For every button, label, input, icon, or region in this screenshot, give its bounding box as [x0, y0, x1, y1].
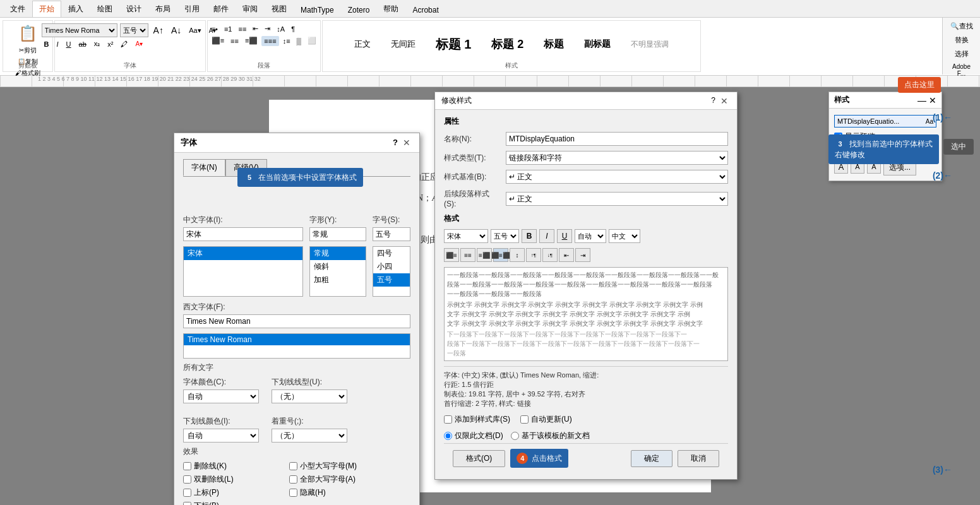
increase-indent-button[interactable]: ⇥	[262, 23, 273, 34]
double-strikethrough-check[interactable]	[183, 475, 191, 484]
md-underline-btn[interactable]: U	[557, 229, 572, 243]
new-from-template-radio-input[interactable]	[511, 432, 519, 440]
style-heading2[interactable]: 标题 2	[484, 34, 531, 54]
show-marks-button[interactable]: ¶	[289, 24, 297, 34]
size-item-small4[interactable]: 小四	[373, 260, 410, 273]
font-grow-button[interactable]: A↑	[151, 24, 166, 37]
tab-draw[interactable]: 绘图	[90, 1, 119, 17]
superscript-check[interactable]	[183, 489, 191, 497]
tab-zotero[interactable]: Zotero	[341, 3, 377, 17]
style-type-select[interactable]: 链接段落和字符	[506, 151, 728, 165]
style-unclear[interactable]: 不明显强调	[623, 37, 676, 52]
tab-acrobat[interactable]: Acrobat	[405, 3, 445, 17]
chinese-font-list[interactable]: 宋体	[183, 246, 303, 297]
cut-button[interactable]: ✂剪切	[16, 45, 39, 56]
based-on-select[interactable]: ↵ 正文	[506, 170, 728, 184]
name-input[interactable]	[506, 132, 728, 146]
align-center-btn[interactable]: ≡≡	[460, 248, 475, 262]
font-tab-font[interactable]: 字体(N)	[183, 159, 225, 176]
style-no-spacing[interactable]: 无间距	[383, 36, 423, 52]
font-color-btn2[interactable]: A▾	[133, 39, 145, 49]
font-shrink-button[interactable]: A↓	[169, 24, 184, 37]
next-style-select[interactable]: ↵ 正文	[506, 192, 728, 206]
subscript-check[interactable]	[183, 502, 191, 505]
tab-view[interactable]: 视图	[265, 1, 294, 17]
bold-button[interactable]: B	[42, 39, 52, 49]
change-case-button[interactable]: Aa▾	[186, 25, 203, 36]
only-this-doc-radio-input[interactable]	[444, 432, 452, 440]
format-button[interactable]: 格式(O)	[453, 450, 505, 467]
add-to-gallery-check[interactable]	[444, 415, 452, 424]
align-left-button[interactable]: ⬛≡	[209, 35, 227, 46]
indent-right-btn[interactable]: ⇥	[575, 248, 590, 262]
md-italic-btn[interactable]: I	[539, 229, 554, 243]
paste-button[interactable]: 📋	[13, 23, 42, 44]
style-normal[interactable]: 正文	[347, 36, 378, 52]
tab-mail[interactable]: 邮件	[206, 1, 236, 17]
all-caps-check[interactable]	[289, 475, 297, 484]
md-size-select[interactable]: 五号	[491, 229, 519, 243]
font-size-selector[interactable]: 五号	[120, 23, 148, 37]
modify-dialog-help[interactable]: ?	[711, 96, 715, 106]
western-font-list[interactable]: Times New Roman	[183, 333, 410, 359]
space-after-btn[interactable]: ↓¶	[542, 248, 558, 262]
underline-color-select[interactable]: 自动	[183, 429, 259, 443]
superscript-button[interactable]: x²	[105, 39, 116, 49]
find-button[interactable]: 🔍查找	[948, 20, 976, 32]
justify-button[interactable]: ≡≡≡	[261, 36, 278, 46]
style-subheading[interactable]: 副标题	[577, 36, 618, 52]
tab-file[interactable]: 文件	[3, 1, 32, 17]
style-item-normal[interactable]: 常规	[310, 247, 366, 260]
font-list-item-songti[interactable]: 宋体	[184, 247, 302, 260]
chinese-font-input[interactable]	[183, 227, 303, 241]
font-name-selector[interactable]: Times New Roma	[42, 23, 117, 37]
modify-cancel-button[interactable]: 取消	[678, 450, 719, 467]
md-bold-btn[interactable]: B	[522, 229, 537, 243]
auto-update-check[interactable]	[520, 415, 529, 424]
indent-left-btn[interactable]: ⇤	[559, 248, 574, 262]
subscript-button[interactable]: x₂	[92, 39, 103, 49]
align-right-btn[interactable]: ≡⬛	[477, 248, 492, 262]
select-badge[interactable]: 选中	[943, 139, 974, 155]
md-lang-select[interactable]: 中文	[609, 229, 640, 243]
align-left-btn[interactable]: ⬛≡	[444, 248, 459, 262]
modify-ok-button[interactable]: 确定	[631, 450, 672, 467]
tab-review[interactable]: 审阅	[236, 1, 265, 17]
style-heading3[interactable]: 标题	[536, 35, 571, 54]
align-right-button[interactable]: ≡⬛	[242, 35, 260, 46]
style-item-italic[interactable]: 倾斜	[310, 260, 366, 273]
font-dialog-close[interactable]: ✕	[400, 138, 413, 148]
styles-panel-close[interactable]: ✕	[929, 95, 936, 105]
styles-panel-minimize[interactable]: —	[917, 95, 926, 105]
hidden-check[interactable]	[289, 489, 297, 497]
shading-button[interactable]: ▒	[294, 36, 304, 46]
numbering-button[interactable]: ≡1	[222, 24, 235, 34]
text-highlight-button[interactable]: 🖍	[118, 39, 130, 49]
md-auto-select[interactable]: 自动	[575, 229, 606, 243]
tab-help[interactable]: 帮助	[376, 1, 405, 17]
style-list[interactable]: 常规 倾斜 加粗	[309, 246, 366, 297]
replace-button[interactable]: 替换	[952, 34, 971, 46]
space-before-btn[interactable]: ↑¶	[526, 248, 541, 262]
size-item-4[interactable]: 四号	[373, 247, 410, 260]
tab-home[interactable]: 开始	[32, 1, 61, 17]
styles-panel-mt-item[interactable]: MTDisplayEquatio... Aa	[834, 115, 936, 128]
line-spacing-button[interactable]: ↕≡	[280, 36, 293, 46]
tab-design[interactable]: 设计	[119, 1, 148, 17]
font-color-select[interactable]: 自动	[183, 389, 259, 403]
adobe-button[interactable]: Adobe F...	[945, 62, 977, 78]
md-font-select[interactable]: 宋体	[444, 229, 488, 243]
bullets-button[interactable]: ≡•	[209, 24, 220, 34]
click-here-badge[interactable]: 点击这里	[898, 77, 941, 93]
tab-insert[interactable]: 插入	[61, 1, 90, 17]
strikethrough-check[interactable]	[183, 462, 191, 470]
size-list[interactable]: 四号 小四 五号	[373, 246, 410, 297]
underline-button[interactable]: U	[64, 39, 74, 49]
align-center-button[interactable]: ≡≡	[228, 36, 241, 46]
strikethrough-button[interactable]: ab	[76, 39, 89, 49]
decrease-indent-button[interactable]: ⇤	[250, 23, 261, 34]
tab-reference[interactable]: 引用	[177, 1, 206, 17]
tab-layout[interactable]: 布局	[148, 1, 177, 17]
tab-mathtype[interactable]: MathType	[294, 3, 341, 17]
style-input[interactable]	[309, 227, 366, 241]
